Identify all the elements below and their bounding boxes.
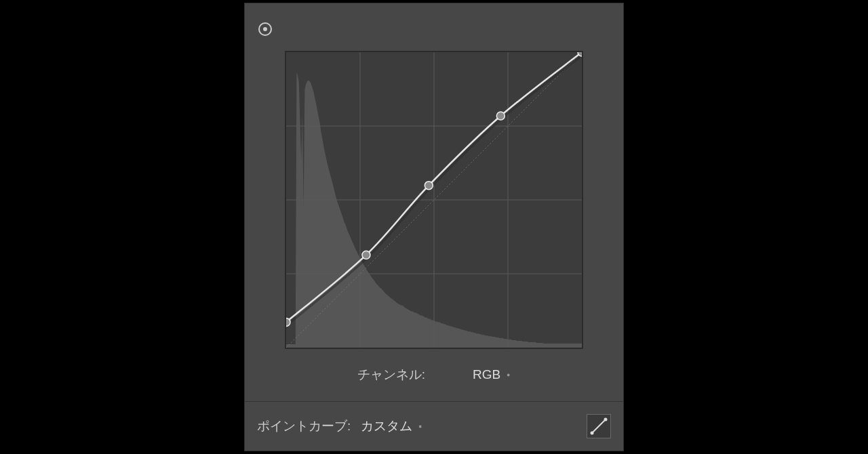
- svg-point-14: [604, 418, 608, 421]
- chevron-updown-icon: [506, 375, 511, 375]
- svg-line-12: [591, 419, 606, 434]
- point-curve-value: カスタム: [361, 417, 412, 435]
- svg-point-10: [496, 112, 505, 120]
- point-curve-row: ポイントカーブ: カスタム: [245, 402, 623, 451]
- point-curve-label: ポイントカーブ:: [257, 417, 351, 435]
- channel-label: チャンネル:: [357, 366, 425, 384]
- channel-value: RGB: [473, 367, 500, 382]
- chevron-updown-icon: [418, 426, 422, 427]
- tone-curve-top: チャンネル: RGB: [245, 3, 623, 402]
- channel-row: チャンネル: RGB: [245, 349, 623, 397]
- tone-curve-panel: チャンネル: RGB ポイントカーブ: カスタム: [244, 3, 624, 451]
- channel-select[interactable]: RGB: [473, 367, 511, 382]
- curve-toggle-icon: [589, 417, 608, 436]
- point-curve-select[interactable]: カスタム: [361, 417, 422, 435]
- svg-point-9: [425, 182, 433, 190]
- curve-svg[interactable]: [286, 52, 582, 348]
- svg-point-13: [591, 432, 594, 435]
- svg-point-8: [362, 251, 370, 259]
- targeted-adjustment-icon[interactable]: [258, 22, 272, 36]
- tone-curve-graph[interactable]: [285, 51, 583, 349]
- point-curve-toggle-button[interactable]: [587, 414, 611, 438]
- svg-point-7: [286, 318, 290, 326]
